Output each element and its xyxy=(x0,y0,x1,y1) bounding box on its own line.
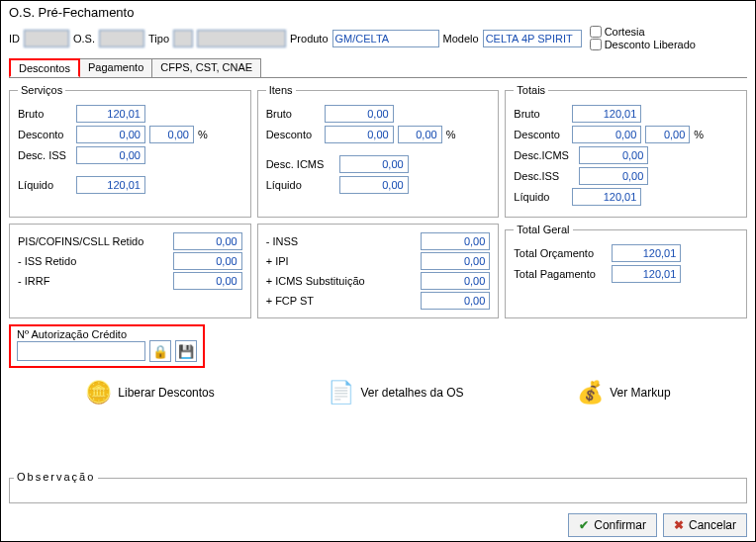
produto-label: Produto xyxy=(290,33,329,45)
auth-credito-input[interactable] xyxy=(17,341,145,361)
tax-left-group: PIS/COFINS/CSLL Retido - ISS Retido - IR… xyxy=(9,224,251,318)
tab-descontos[interactable]: Descontos xyxy=(9,58,80,77)
totais-bruto-input[interactable] xyxy=(572,105,641,123)
iss-retido-label: - ISS Retido xyxy=(18,255,169,267)
inss-label: - INSS xyxy=(266,235,418,247)
header-row: ID O.S. Tipo Produto Modelo Cortesia Des… xyxy=(1,24,755,52)
itens-desconto-input[interactable] xyxy=(325,126,394,143)
tipo-label: Tipo xyxy=(148,33,169,45)
coins-icon: 🪙 xyxy=(85,380,112,406)
tab-cfps[interactable]: CFPS, CST, CNAE xyxy=(151,58,261,77)
markup-icon: 💰 xyxy=(577,380,604,406)
totais-desconto-pct-input[interactable] xyxy=(645,126,690,143)
servicos-desc-iss-label: Desc. ISS xyxy=(18,149,72,161)
ver-markup-label: Ver Markup xyxy=(610,386,670,400)
observacao-label: Observação xyxy=(14,471,98,483)
produto-input[interactable] xyxy=(332,30,439,47)
tab-pagamento[interactable]: Pagamento xyxy=(79,58,152,77)
liberar-descontos-button[interactable]: 🪙Liberar Descontos xyxy=(85,380,214,406)
totais-desc-icms-input[interactable] xyxy=(579,146,648,164)
totais-legend: Totais xyxy=(514,84,548,96)
ver-detalhes-label: Ver detalhes da OS xyxy=(360,386,463,400)
totais-liquido-label: Líquido xyxy=(514,191,568,203)
cortesia-label: Cortesia xyxy=(605,26,645,38)
os-input[interactable] xyxy=(99,30,144,47)
fcp-st-input[interactable] xyxy=(421,292,490,310)
desconto-liberado-label: Desconto Liberado xyxy=(605,39,696,50)
inss-input[interactable] xyxy=(421,232,490,250)
document-icon: 📄 xyxy=(328,380,354,406)
check-icon: ✔ xyxy=(579,518,589,532)
totais-desc-icms-label: Desc.ICMS xyxy=(514,149,575,161)
servicos-desconto-pct-input[interactable] xyxy=(149,126,194,143)
totais-desc-iss-input[interactable] xyxy=(579,167,648,185)
itens-legend: Itens xyxy=(266,84,296,96)
window: O.S. Pré-Fechamento ID O.S. Tipo Produto… xyxy=(0,0,756,542)
servicos-liquido-input[interactable] xyxy=(76,176,145,194)
lock-icon[interactable]: 🔒 xyxy=(149,340,171,362)
cortesia-checkbox[interactable] xyxy=(590,26,602,38)
pct-symbol: % xyxy=(694,129,704,140)
totais-desconto-input[interactable] xyxy=(572,126,641,143)
ipi-label: + IPI xyxy=(266,255,418,267)
itens-desc-icms-input[interactable] xyxy=(339,155,409,173)
pct-symbol: % xyxy=(446,129,456,140)
itens-desconto-label: Desconto xyxy=(266,129,321,140)
id-input[interactable] xyxy=(24,30,69,47)
liberar-descontos-label: Liberar Descontos xyxy=(118,386,214,400)
irrf-label: - IRRF xyxy=(18,275,169,287)
itens-desc-icms-label: Desc. ICMS xyxy=(266,158,335,170)
totais-group: Totais Bruto Desconto% Desc.ICMS Desc.IS… xyxy=(505,84,747,218)
total-pagamento-label: Total Pagamento xyxy=(514,268,608,280)
servicos-bruto-label: Bruto xyxy=(18,108,72,120)
os-label: O.S. xyxy=(73,33,95,45)
id-label: ID xyxy=(9,33,20,45)
total-geral-legend: Total Geral xyxy=(514,224,572,235)
modelo-input[interactable] xyxy=(483,30,582,47)
save-icon[interactable]: 💾 xyxy=(175,340,197,362)
pis-label: PIS/COFINS/CSLL Retido xyxy=(18,235,169,247)
tipo-desc-input[interactable] xyxy=(197,30,286,47)
total-geral-group: Total Geral Total Orçamento Total Pagame… xyxy=(505,224,747,318)
itens-liquido-label: Líquido xyxy=(266,179,335,191)
ver-markup-button[interactable]: 💰Ver Markup xyxy=(577,380,670,406)
servicos-liquido-label: Líquido xyxy=(18,179,72,191)
auth-credito-label: Nº Autorização Crédito xyxy=(17,328,197,340)
irrf-input[interactable] xyxy=(173,272,242,290)
totais-liquido-input[interactable] xyxy=(572,188,641,206)
modelo-label: Modelo xyxy=(443,33,479,45)
iss-retido-input[interactable] xyxy=(173,252,242,270)
total-pagamento-input[interactable] xyxy=(612,265,681,283)
total-orcamento-label: Total Orçamento xyxy=(514,247,608,259)
window-title: O.S. Pré-Fechamento xyxy=(1,1,755,24)
icms-st-label: + ICMS Substituição xyxy=(266,275,418,287)
cancelar-button[interactable]: ✖Cancelar xyxy=(663,513,747,537)
servicos-legend: Serviços xyxy=(18,84,65,96)
servicos-desc-iss-input[interactable] xyxy=(76,146,145,164)
itens-bruto-label: Bruto xyxy=(266,108,321,120)
ver-detalhes-button[interactable]: 📄Ver detalhes da OS xyxy=(328,380,463,406)
cancelar-label: Cancelar xyxy=(689,518,736,532)
total-orcamento-input[interactable] xyxy=(612,244,681,262)
pis-input[interactable] xyxy=(173,232,242,250)
totais-bruto-label: Bruto xyxy=(514,108,568,120)
tipo-code-input[interactable] xyxy=(173,30,193,47)
confirmar-label: Confirmar xyxy=(594,518,646,532)
confirmar-button[interactable]: ✔Confirmar xyxy=(568,513,657,537)
fcp-st-label: + FCP ST xyxy=(266,295,418,307)
tab-bar: Descontos Pagamento CFPS, CST, CNAE xyxy=(9,58,747,77)
desconto-liberado-checkbox[interactable] xyxy=(590,39,602,50)
servicos-desconto-input[interactable] xyxy=(76,126,145,143)
servicos-group: Serviços Bruto Desconto% Desc. ISS Líqui… xyxy=(9,84,251,218)
totais-desconto-label: Desconto xyxy=(514,129,568,140)
itens-bruto-input[interactable] xyxy=(325,105,394,123)
close-icon: ✖ xyxy=(674,518,684,532)
itens-group: Itens Bruto Desconto% Desc. ICMS Líquido xyxy=(257,84,500,218)
ipi-input[interactable] xyxy=(421,252,490,270)
icms-st-input[interactable] xyxy=(421,272,490,290)
auth-credito-group: Nº Autorização Crédito 🔒 💾 xyxy=(9,324,205,368)
servicos-bruto-input[interactable] xyxy=(76,105,145,123)
itens-desconto-pct-input[interactable] xyxy=(398,126,442,143)
itens-liquido-input[interactable] xyxy=(339,176,409,194)
tax-right-group: - INSS + IPI + ICMS Substituição + FCP S… xyxy=(257,224,500,318)
